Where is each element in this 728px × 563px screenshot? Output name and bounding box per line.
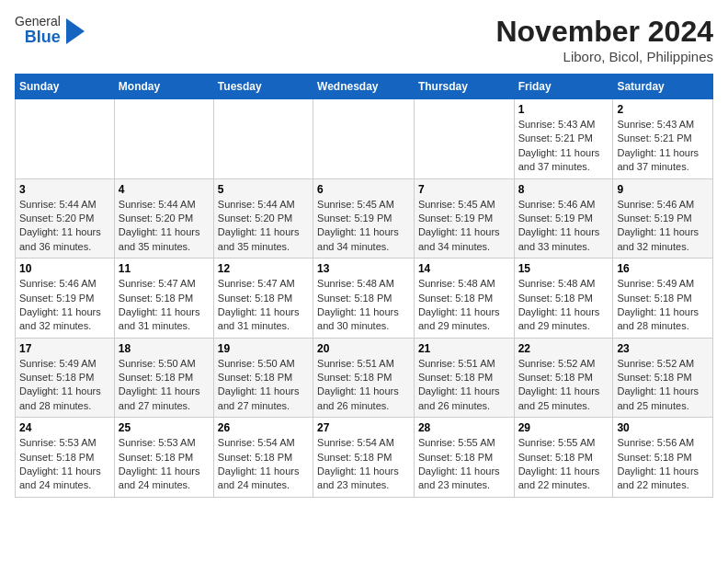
calendar-cell: 15Sunrise: 5:48 AM Sunset: 5:18 PM Dayli… <box>514 259 613 339</box>
logo: General Blue <box>15 15 85 47</box>
calendar-cell <box>114 99 213 179</box>
day-info: Sunrise: 5:51 AM Sunset: 5:18 PM Dayligh… <box>418 357 510 414</box>
calendar-cell: 5Sunrise: 5:44 AM Sunset: 5:20 PM Daylig… <box>213 178 313 259</box>
day-number: 14 <box>418 262 510 275</box>
day-number: 8 <box>518 183 609 196</box>
calendar-week-4: 17Sunrise: 5:49 AM Sunset: 5:18 PM Dayli… <box>16 338 713 418</box>
calendar-cell: 28Sunrise: 5:55 AM Sunset: 5:18 PM Dayli… <box>414 418 514 498</box>
calendar-cell: 21Sunrise: 5:51 AM Sunset: 5:18 PM Dayli… <box>414 338 514 418</box>
calendar-cell: 8Sunrise: 5:46 AM Sunset: 5:19 PM Daylig… <box>514 178 613 259</box>
calendar-body: 1Sunrise: 5:43 AM Sunset: 5:21 PM Daylig… <box>16 99 713 498</box>
calendar-cell: 24Sunrise: 5:53 AM Sunset: 5:18 PM Dayli… <box>16 418 115 498</box>
calendar-cell: 30Sunrise: 5:56 AM Sunset: 5:18 PM Dayli… <box>613 418 713 498</box>
day-info: Sunrise: 5:47 AM Sunset: 5:18 PM Dayligh… <box>218 277 309 334</box>
page-subtitle: Liboro, Bicol, Philippines <box>495 49 713 64</box>
col-header-friday: Friday <box>514 75 613 99</box>
day-number: 18 <box>119 342 210 355</box>
calendar-week-3: 10Sunrise: 5:46 AM Sunset: 5:19 PM Dayli… <box>16 259 713 339</box>
day-info: Sunrise: 5:46 AM Sunset: 5:19 PM Dayligh… <box>518 198 609 255</box>
calendar-cell: 26Sunrise: 5:54 AM Sunset: 5:18 PM Dayli… <box>213 418 313 498</box>
logo-blue: Blue <box>25 29 61 47</box>
day-number: 25 <box>119 421 210 434</box>
col-header-tuesday: Tuesday <box>213 75 313 99</box>
day-number: 4 <box>119 183 210 196</box>
day-info: Sunrise: 5:45 AM Sunset: 5:19 PM Dayligh… <box>317 198 410 255</box>
calendar-week-5: 24Sunrise: 5:53 AM Sunset: 5:18 PM Dayli… <box>16 418 713 498</box>
day-number: 10 <box>19 262 110 275</box>
day-number: 30 <box>617 421 709 434</box>
calendar-cell: 1Sunrise: 5:43 AM Sunset: 5:21 PM Daylig… <box>514 99 613 179</box>
day-number: 19 <box>218 342 309 355</box>
calendar-cell: 19Sunrise: 5:50 AM Sunset: 5:18 PM Dayli… <box>213 338 313 418</box>
day-info: Sunrise: 5:44 AM Sunset: 5:20 PM Dayligh… <box>19 198 110 255</box>
col-header-wednesday: Wednesday <box>313 75 415 99</box>
logo-arrow-icon <box>66 18 85 44</box>
day-info: Sunrise: 5:44 AM Sunset: 5:20 PM Dayligh… <box>119 198 210 255</box>
calendar-cell: 27Sunrise: 5:54 AM Sunset: 5:18 PM Dayli… <box>313 418 415 498</box>
day-info: Sunrise: 5:56 AM Sunset: 5:18 PM Dayligh… <box>617 436 709 493</box>
day-info: Sunrise: 5:54 AM Sunset: 5:18 PM Dayligh… <box>317 436 410 493</box>
day-info: Sunrise: 5:44 AM Sunset: 5:20 PM Dayligh… <box>218 198 309 255</box>
calendar-cell: 11Sunrise: 5:47 AM Sunset: 5:18 PM Dayli… <box>114 259 213 339</box>
day-info: Sunrise: 5:48 AM Sunset: 5:18 PM Dayligh… <box>518 277 609 334</box>
col-header-monday: Monday <box>114 75 213 99</box>
calendar-cell: 29Sunrise: 5:55 AM Sunset: 5:18 PM Dayli… <box>514 418 613 498</box>
day-number: 9 <box>617 183 709 196</box>
calendar-week-1: 1Sunrise: 5:43 AM Sunset: 5:21 PM Daylig… <box>16 99 713 179</box>
day-number: 7 <box>418 183 510 196</box>
day-info: Sunrise: 5:53 AM Sunset: 5:18 PM Dayligh… <box>19 436 110 493</box>
day-number: 29 <box>518 421 609 434</box>
day-info: Sunrise: 5:46 AM Sunset: 5:19 PM Dayligh… <box>617 198 709 255</box>
calendar-cell: 4Sunrise: 5:44 AM Sunset: 5:20 PM Daylig… <box>114 178 213 259</box>
day-info: Sunrise: 5:51 AM Sunset: 5:18 PM Dayligh… <box>317 357 410 414</box>
day-number: 6 <box>317 183 410 196</box>
day-info: Sunrise: 5:54 AM Sunset: 5:18 PM Dayligh… <box>218 436 309 493</box>
day-number: 21 <box>418 342 510 355</box>
day-number: 16 <box>617 262 709 275</box>
calendar-cell: 14Sunrise: 5:48 AM Sunset: 5:18 PM Dayli… <box>414 259 514 339</box>
day-info: Sunrise: 5:52 AM Sunset: 5:18 PM Dayligh… <box>617 357 709 414</box>
day-info: Sunrise: 5:50 AM Sunset: 5:18 PM Dayligh… <box>218 357 309 414</box>
day-number: 13 <box>317 262 410 275</box>
calendar-header: SundayMondayTuesdayWednesdayThursdayFrid… <box>16 75 713 99</box>
title-area: November 2024 Liboro, Bicol, Philippines <box>495 15 713 64</box>
day-info: Sunrise: 5:55 AM Sunset: 5:18 PM Dayligh… <box>418 436 510 493</box>
day-info: Sunrise: 5:45 AM Sunset: 5:19 PM Dayligh… <box>418 198 510 255</box>
day-info: Sunrise: 5:48 AM Sunset: 5:18 PM Dayligh… <box>317 277 410 334</box>
calendar-cell: 18Sunrise: 5:50 AM Sunset: 5:18 PM Dayli… <box>114 338 213 418</box>
calendar-cell: 17Sunrise: 5:49 AM Sunset: 5:18 PM Dayli… <box>16 338 115 418</box>
calendar-cell <box>213 99 313 179</box>
day-info: Sunrise: 5:43 AM Sunset: 5:21 PM Dayligh… <box>518 118 609 175</box>
calendar-cell: 10Sunrise: 5:46 AM Sunset: 5:19 PM Dayli… <box>16 259 115 339</box>
day-number: 17 <box>19 342 110 355</box>
col-header-thursday: Thursday <box>414 75 514 99</box>
day-info: Sunrise: 5:47 AM Sunset: 5:18 PM Dayligh… <box>119 277 210 334</box>
day-number: 12 <box>218 262 309 275</box>
calendar-cell <box>16 99 115 179</box>
day-number: 22 <box>518 342 609 355</box>
header: General Blue November 2024 Liboro, Bicol… <box>15 15 713 64</box>
day-number: 3 <box>19 183 110 196</box>
col-header-saturday: Saturday <box>613 75 713 99</box>
day-info: Sunrise: 5:46 AM Sunset: 5:19 PM Dayligh… <box>19 277 110 334</box>
day-info: Sunrise: 5:53 AM Sunset: 5:18 PM Dayligh… <box>119 436 210 493</box>
calendar-cell: 22Sunrise: 5:52 AM Sunset: 5:18 PM Dayli… <box>514 338 613 418</box>
calendar-cell: 2Sunrise: 5:43 AM Sunset: 5:21 PM Daylig… <box>613 99 713 179</box>
day-info: Sunrise: 5:49 AM Sunset: 5:18 PM Dayligh… <box>19 357 110 414</box>
day-info: Sunrise: 5:43 AM Sunset: 5:21 PM Dayligh… <box>617 118 709 175</box>
day-number: 28 <box>418 421 510 434</box>
calendar-week-2: 3Sunrise: 5:44 AM Sunset: 5:20 PM Daylig… <box>16 178 713 259</box>
calendar-cell: 9Sunrise: 5:46 AM Sunset: 5:19 PM Daylig… <box>613 178 713 259</box>
calendar-cell: 12Sunrise: 5:47 AM Sunset: 5:18 PM Dayli… <box>213 259 313 339</box>
calendar-cell: 23Sunrise: 5:52 AM Sunset: 5:18 PM Dayli… <box>613 338 713 418</box>
calendar-cell: 16Sunrise: 5:49 AM Sunset: 5:18 PM Dayli… <box>613 259 713 339</box>
col-header-sunday: Sunday <box>16 75 115 99</box>
calendar-table: SundayMondayTuesdayWednesdayThursdayFrid… <box>15 74 713 498</box>
calendar-cell: 7Sunrise: 5:45 AM Sunset: 5:19 PM Daylig… <box>414 178 514 259</box>
calendar-cell: 3Sunrise: 5:44 AM Sunset: 5:20 PM Daylig… <box>16 178 115 259</box>
day-number: 24 <box>19 421 110 434</box>
day-info: Sunrise: 5:48 AM Sunset: 5:18 PM Dayligh… <box>418 277 510 334</box>
day-number: 20 <box>317 342 410 355</box>
day-number: 26 <box>218 421 309 434</box>
day-info: Sunrise: 5:52 AM Sunset: 5:18 PM Dayligh… <box>518 357 609 414</box>
